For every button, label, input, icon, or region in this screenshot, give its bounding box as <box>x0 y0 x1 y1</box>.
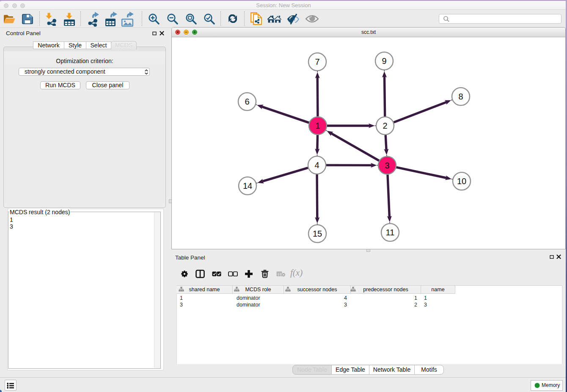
svg-text:10: 10 <box>457 177 466 186</box>
svg-text:15: 15 <box>313 229 322 238</box>
svg-text:6: 6 <box>245 97 249 106</box>
svg-text:3: 3 <box>385 161 389 170</box>
svg-text:7: 7 <box>315 57 319 66</box>
svg-text:8: 8 <box>458 92 463 101</box>
svg-text:2: 2 <box>383 121 387 130</box>
svg-text:9: 9 <box>382 56 386 66</box>
svg-text:1: 1 <box>315 121 320 130</box>
svg-text:4: 4 <box>314 160 319 170</box>
svg-text:11: 11 <box>386 228 395 237</box>
svg-text:14: 14 <box>243 181 252 190</box>
